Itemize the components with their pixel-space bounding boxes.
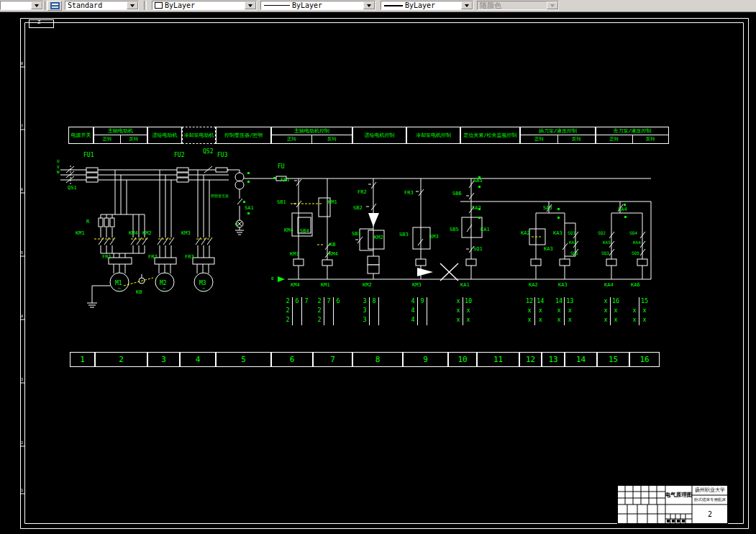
crossref-value: 2 xyxy=(283,316,292,325)
schematic-label: SA5 xyxy=(473,178,483,184)
schematic-label: KA5 xyxy=(603,240,611,245)
rail-arrow-mark xyxy=(278,276,285,282)
schematic-label: ~ xyxy=(163,286,165,291)
function-zone-cell: 进给电机控制 xyxy=(352,127,406,144)
text-style-combo[interactable]: Standard xyxy=(65,1,139,10)
plot-style-combo: 随颜色 xyxy=(477,1,559,10)
chevron-down-icon xyxy=(465,4,469,7)
schematic-label: KB xyxy=(329,243,335,248)
crossref-value: x xyxy=(565,307,575,316)
crossref-value: 7 xyxy=(302,297,311,307)
contact-crossref-KA2: 12xx14xx xyxy=(524,297,546,325)
schematic-label: KA1 xyxy=(481,227,490,232)
crossref-value: x xyxy=(535,316,545,325)
function-zone-label: 主轴电动机 xyxy=(94,127,147,135)
crossref-value: x xyxy=(454,297,463,307)
function-zone-cell: 主轴电动机控制正转反转 xyxy=(271,127,352,144)
schematic-label: SQ1 xyxy=(473,247,483,252)
crossref-value: 7 xyxy=(324,297,333,307)
contact-crossref-KA4: xxx16xx xyxy=(601,297,621,325)
crossref-value xyxy=(418,307,427,316)
title-block: 电气原理图 扬州职业大学 卧式镗床专用机床 2 xyxy=(617,485,728,524)
crossref-value: x xyxy=(463,307,473,316)
crossref-value xyxy=(379,297,388,307)
frame-border xyxy=(21,19,749,529)
function-zone-label: 冷却泵电机控制 xyxy=(407,127,460,143)
crossref-value: x xyxy=(601,297,610,307)
crossref-value: x xyxy=(463,316,473,325)
frame-zone-ticks xyxy=(20,67,25,494)
schematic-label: KA1 xyxy=(460,283,470,288)
function-zone-sublabel: 反转 xyxy=(557,135,595,143)
schematic-label: SA1 xyxy=(245,206,254,211)
linetype-arrow[interactable] xyxy=(363,1,375,9)
crossref-value xyxy=(293,316,301,325)
crossref-value xyxy=(302,307,311,316)
layer-tool-icon xyxy=(50,2,60,9)
schematic-label: FU3 xyxy=(217,153,227,158)
function-zone-label: 主轴电动机控制 xyxy=(272,127,352,135)
text-style-arrow[interactable] xyxy=(127,1,138,9)
component-boxes xyxy=(86,168,647,273)
function-zone-label: 控制变压器/照明 xyxy=(217,127,270,143)
contact-crossref-KM2: 3338 xyxy=(360,297,388,325)
contact-crossref-KM3: 4449 xyxy=(409,297,436,325)
schematic-label: KM3 xyxy=(181,231,191,236)
function-zone-sublabel: 正转 xyxy=(521,135,557,143)
function-zone-sublabel: 反转 xyxy=(311,135,352,143)
schematic-label: R xyxy=(86,220,89,225)
arrow-mark xyxy=(417,268,433,276)
crossref-value: 3 xyxy=(360,307,369,316)
crossref-value: 2 xyxy=(283,307,292,316)
crossref-value: x xyxy=(454,316,463,325)
crossref-value: x xyxy=(630,307,639,316)
function-zone-label: 电源开关 xyxy=(69,127,93,143)
make-layer-current-button[interactable] xyxy=(47,1,62,11)
crossref-value: x xyxy=(454,307,463,316)
crossref-value xyxy=(427,307,436,316)
contact-crossref-KM4: 22267 xyxy=(283,297,311,325)
crossref-value xyxy=(370,316,378,325)
contact-crossref-KM1: 22276 xyxy=(315,297,342,325)
crossref-value: 13 xyxy=(565,297,575,307)
contact-crossref-KA3: 14xx13xx xyxy=(554,297,575,325)
crossref-value xyxy=(324,316,333,325)
linetype-combo[interactable]: ByLayer xyxy=(260,1,375,10)
crossref-value: x xyxy=(524,307,534,316)
column-number-cell: 2 xyxy=(95,352,147,367)
schematic-label: 6 xyxy=(21,188,23,191)
function-zone-sublabel: 正转 xyxy=(94,135,120,143)
selection-grips xyxy=(235,172,627,225)
schematic-label: 3 xyxy=(21,378,23,381)
column-number-cell: 4 xyxy=(180,352,216,367)
function-zone-label: 冷却泵电动机 xyxy=(183,127,215,143)
color-combo[interactable]: ByLayer xyxy=(152,1,257,10)
schematic-label: SQ4 xyxy=(629,231,637,235)
crossref-value xyxy=(418,316,427,325)
schematic-label: KM4 xyxy=(284,228,293,233)
function-zone-cell: 主轴电动机正转反转 xyxy=(94,127,147,144)
schematic-label: KA2 xyxy=(521,231,530,236)
chevron-down-icon xyxy=(550,4,555,7)
lineweight-arrow[interactable] xyxy=(461,1,473,9)
crossref-value: 15 xyxy=(639,297,650,307)
layer-combo-arrow[interactable] xyxy=(31,1,42,9)
color-arrow[interactable] xyxy=(245,1,256,9)
crossref-value xyxy=(302,316,311,325)
schematic-label: KA2 xyxy=(529,283,538,288)
lineweight-combo[interactable]: ByLayer xyxy=(381,1,473,10)
crossref-value xyxy=(427,297,436,307)
x-mark xyxy=(440,263,458,281)
schematic-label: QS1 xyxy=(68,186,77,191)
layer-combo[interactable] xyxy=(0,1,43,10)
schematic-label: SB2 xyxy=(353,206,363,211)
crossref-value: 4 xyxy=(409,297,417,307)
column-number-cell: 9 xyxy=(403,352,448,367)
schematic-label: 0 xyxy=(271,276,274,281)
power-circuit-wires xyxy=(60,166,240,307)
crossref-value xyxy=(324,307,333,316)
function-zone-sublabel: 正转 xyxy=(272,135,311,143)
schematic-label: SQ5 xyxy=(632,251,639,255)
crossref-value: 2 xyxy=(315,297,324,307)
schematic-label: KM3 xyxy=(412,283,422,288)
